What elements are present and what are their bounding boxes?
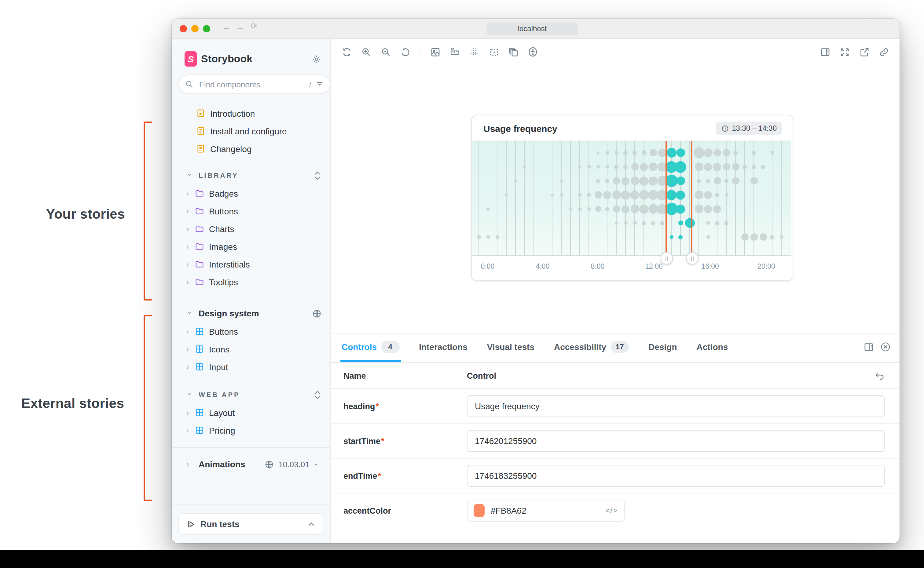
zoom-window-button[interactable]: [203, 25, 210, 32]
search-box[interactable]: /: [178, 74, 331, 94]
axis-tick: 16:00: [701, 263, 719, 270]
link-icon[interactable]: [875, 43, 892, 60]
animations-section-header[interactable]: Animations 10.03.01: [172, 455, 330, 473]
panel-position-icon[interactable]: [817, 43, 833, 60]
sidebar-component-pricing[interactable]: Pricing: [172, 421, 330, 439]
sidebar-item-introduction[interactable]: Introduction: [172, 104, 330, 122]
sidebar-component-buttons[interactable]: Buttons: [172, 322, 330, 340]
tab-controls[interactable]: Controls 4: [340, 334, 401, 362]
reload-icon[interactable]: ⟳: [251, 21, 257, 30]
end-time-input[interactable]: [467, 465, 885, 487]
tab-design[interactable]: Design: [647, 334, 678, 362]
sidebar-item-install-and-configure[interactable]: Install and configure: [172, 122, 330, 140]
chevron-down-icon: [186, 171, 195, 180]
tab-interactions[interactable]: Interactions: [418, 334, 469, 362]
folder-icon: [195, 189, 204, 198]
grid-icon[interactable]: [466, 43, 483, 60]
chart-bubble: [715, 221, 719, 225]
heading-input[interactable]: [467, 395, 885, 417]
sidebar-folder-tooltips[interactable]: Tooltips: [172, 273, 330, 291]
chart-bubble: [660, 221, 664, 225]
chart-bubble: [578, 193, 581, 197]
chart-bubble: [639, 204, 649, 213]
chart-bubble: [694, 205, 703, 213]
back-icon[interactable]: ←: [222, 21, 231, 32]
chart-bubble: [596, 179, 600, 183]
accent-color-control[interactable]: #FB8A62 </>: [467, 500, 625, 521]
version-selector[interactable]: 10.03.01: [279, 459, 321, 469]
color-swatch[interactable]: [473, 504, 485, 517]
close-panel-icon[interactable]: [880, 341, 891, 352]
chart-bubble: [715, 193, 719, 197]
sidebar-component-icons[interactable]: Icons: [172, 340, 330, 358]
sidebar-folder-images[interactable]: Images: [172, 237, 330, 255]
reset-controls-icon[interactable]: [874, 370, 885, 381]
tab-accessibility[interactable]: Accessibility 17: [553, 334, 630, 362]
address-bar[interactable]: localhost: [487, 22, 578, 35]
sidebar-component-layout[interactable]: Layout: [172, 404, 330, 421]
sidebar-item-label: Images: [209, 242, 237, 251]
chevron-up-icon[interactable]: [307, 520, 315, 528]
zoom-in-icon[interactable]: [357, 43, 375, 60]
chart-bubble: [550, 193, 553, 196]
control-name: startTime*: [331, 437, 467, 446]
chart-bubble: [569, 207, 572, 210]
chart-bubble: [723, 149, 730, 156]
chart-bubble: [612, 177, 620, 184]
expand-all-icon[interactable]: [313, 171, 321, 180]
sidebar-footer: Run tests: [172, 505, 330, 543]
range-end-handle[interactable]: [686, 252, 699, 264]
close-window-button[interactable]: [180, 25, 187, 32]
usage-frequency-card: Usage frequency 13:30 – 14:30 0:00 4:00 …: [471, 115, 793, 281]
sidebar-folder-charts[interactable]: Charts: [172, 220, 330, 237]
canvas-toolbar: [331, 39, 900, 65]
chevron-right-icon: [186, 242, 195, 251]
minimize-window-button[interactable]: [191, 25, 199, 32]
panel-position-icon[interactable]: [864, 342, 874, 352]
range-start-handle[interactable]: [661, 252, 673, 264]
sidebar-item-label: Layout: [209, 408, 235, 417]
zoom-reset-icon[interactable]: [396, 43, 414, 60]
filter-icon[interactable]: [316, 80, 324, 89]
chart-bubble: [615, 221, 618, 224]
chevron-right-icon: [186, 363, 195, 371]
open-external-icon[interactable]: [856, 43, 873, 60]
expand-all-icon[interactable]: [313, 390, 321, 399]
chart-bubble: [752, 151, 756, 155]
run-tests-button[interactable]: Run tests: [178, 513, 323, 535]
chart-bubble: [732, 163, 739, 171]
sidebar-item-label: Buttons: [209, 326, 238, 336]
tab-actions[interactable]: Actions: [696, 334, 729, 362]
start-time-input[interactable]: [467, 430, 885, 452]
storybook-logo-icon: S: [184, 51, 197, 66]
sidebar-folder-buttons[interactable]: Buttons: [172, 202, 330, 220]
tab-visual-tests[interactable]: Visual tests: [486, 334, 535, 362]
gear-icon[interactable]: [312, 54, 321, 64]
chart-bubble: [714, 149, 721, 156]
sidebar-folder-badges[interactable]: Badges: [172, 184, 330, 202]
library-section-header[interactable]: LIBRARY: [172, 166, 330, 184]
fullscreen-icon[interactable]: [836, 43, 853, 60]
web-app-section-header[interactable]: WEB APP: [172, 385, 330, 404]
search-input[interactable]: [198, 79, 308, 89]
ruler-icon[interactable]: [446, 43, 463, 60]
your-stories-label: Your stories: [35, 207, 136, 222]
chart-bubble: [631, 177, 639, 185]
chart-bubble: [724, 179, 729, 183]
forward-icon[interactable]: →: [236, 21, 245, 32]
measure-icon[interactable]: [485, 43, 502, 60]
code-icon[interactable]: </>: [605, 506, 618, 515]
sidebar-component-input[interactable]: Input: [172, 358, 330, 376]
background-icon[interactable]: [426, 43, 444, 60]
chart-bubble: [523, 165, 526, 168]
sidebar-folder-interstitials[interactable]: Interstitials: [172, 255, 330, 273]
chart-bubble: [665, 203, 677, 215]
section-title: LIBRARY: [199, 172, 313, 179]
remount-icon[interactable]: [338, 43, 355, 60]
design-system-section-header[interactable]: Design system: [172, 304, 330, 322]
outline-icon[interactable]: [505, 43, 522, 60]
chart-bubble: [676, 190, 685, 199]
sidebar-item-changelog[interactable]: Changelog: [172, 140, 330, 157]
accessibility-icon[interactable]: [524, 43, 541, 60]
zoom-out-icon[interactable]: [377, 43, 394, 60]
